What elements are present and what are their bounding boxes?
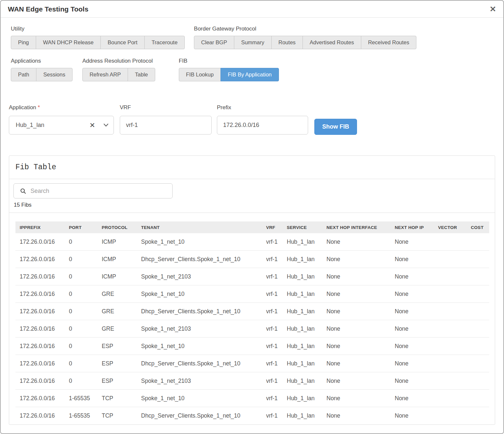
- table-cell: None: [326, 256, 395, 263]
- table-row[interactable]: 172.26.0.0/160GRESpoke_1_net_10vrf-1Hub_…: [15, 285, 489, 303]
- table-cell: 172.26.0.0/16: [20, 412, 69, 419]
- applications-group: Applications Path Sessions: [11, 58, 73, 81]
- bgp-label: Border Gateway Protocol: [194, 26, 416, 32]
- search-input[interactable]: [31, 188, 168, 195]
- table-cell: 172.26.0.0/16: [20, 360, 69, 367]
- clear-bgp-button[interactable]: Clear BGP: [194, 36, 234, 49]
- fib-by-application-button[interactable]: FIB By Application: [220, 68, 279, 81]
- arp-label: Address Resolution Protocol: [82, 58, 155, 64]
- table-cell: 172.26.0.0/16: [20, 343, 69, 350]
- table-row[interactable]: 172.26.0.0/160GRESpoke_1_net_2103vrf-1Hu…: [15, 320, 489, 338]
- tool-row-2: Applications Path Sessions Address Resol…: [11, 58, 495, 81]
- table-row[interactable]: 172.26.0.0/160ESPSpoke_1_net_2103vrf-1Hu…: [15, 372, 489, 390]
- show-fib-button[interactable]: Show FIB: [314, 119, 357, 135]
- table-row[interactable]: 172.26.0.0/161-65535TCPDhcp_Server_Clien…: [15, 407, 489, 424]
- clear-icon[interactable]: ✕: [85, 121, 99, 129]
- table-cell: Spoke_1_net_10: [141, 343, 266, 350]
- table-cell: vrf-1: [266, 360, 287, 367]
- table-cell: None: [395, 238, 438, 245]
- column-header-next-hop-interface: NEXT HOP INTERFACE: [326, 225, 395, 230]
- refresh-arp-button[interactable]: Refresh ARP: [82, 68, 128, 81]
- table-cell: vrf-1: [266, 273, 287, 280]
- column-header-ipprefix: IPPREFIX: [20, 225, 69, 230]
- bgp-summary-button[interactable]: Summary: [234, 36, 272, 49]
- table-cell: 172.26.0.0/16: [20, 308, 69, 315]
- required-asterisk: *: [38, 104, 40, 111]
- tool-button-groups: Utility Ping WAN DHCP Release Bounce Por…: [11, 26, 495, 81]
- vrf-field: VRF: [120, 104, 212, 134]
- bgp-group: Border Gateway Protocol Clear BGP Summar…: [194, 26, 416, 49]
- table-cell: Hub_1_lan: [287, 273, 326, 280]
- prefix-field-label: Prefix: [217, 104, 308, 111]
- fib-table-tools: 15 Fibs: [9, 179, 495, 213]
- search-box[interactable]: [13, 183, 173, 198]
- utility-buttons: Ping WAN DHCP Release Bounce Port Tracer…: [11, 36, 185, 49]
- table-cell: 172.26.0.0/16: [20, 238, 69, 245]
- search-icon: [20, 188, 26, 194]
- table-cell: TCP: [102, 412, 141, 419]
- advertised-routes-button[interactable]: Advertised Routes: [303, 36, 361, 49]
- column-header-protocol: PROTOCOL: [102, 225, 141, 230]
- column-header-port: PORT: [69, 225, 102, 230]
- table-cell: vrf-1: [266, 238, 287, 245]
- table-cell: Hub_1_lan: [287, 325, 326, 332]
- table-cell: None: [326, 238, 395, 245]
- arp-group: Address Resolution Protocol Refresh ARP …: [82, 58, 155, 81]
- dialog-content: Utility Ping WAN DHCP Release Bounce Por…: [1, 18, 503, 425]
- fib-lookup-button[interactable]: FIB Lookup: [179, 68, 221, 81]
- bgp-routes-button[interactable]: Routes: [271, 36, 303, 49]
- table-cell: None: [326, 378, 395, 384]
- prefix-input[interactable]: [217, 116, 308, 134]
- table-cell: None: [395, 291, 438, 298]
- table-row[interactable]: 172.26.0.0/160ICMPSpoke_1_net_10vrf-1Hub…: [15, 233, 489, 251]
- table-cell: Dhcp_Server_Clients.Spoke_1_net_10: [141, 256, 266, 263]
- column-header-cost: COST: [471, 225, 489, 230]
- application-select[interactable]: Hub_1_lan ✕: [9, 116, 114, 134]
- path-button[interactable]: Path: [11, 68, 36, 81]
- table-cell: Hub_1_lan: [287, 238, 326, 245]
- traceroute-button[interactable]: Traceroute: [144, 36, 185, 49]
- table-cell: Hub_1_lan: [287, 343, 326, 350]
- table-row[interactable]: 172.26.0.0/160ESPDhcp_Server_Clients.Spo…: [15, 355, 489, 372]
- ping-button[interactable]: Ping: [11, 36, 36, 49]
- table-cell: None: [326, 360, 395, 367]
- sessions-button[interactable]: Sessions: [36, 68, 73, 81]
- table-cell: None: [395, 395, 438, 402]
- chevron-down-icon[interactable]: [99, 124, 108, 127]
- close-icon[interactable]: ✕: [490, 5, 496, 13]
- vrf-input[interactable]: [120, 116, 212, 134]
- table-row[interactable]: 172.26.0.0/161-65535TCPSpoke_1_net_10vrf…: [15, 390, 489, 407]
- table-cell: vrf-1: [266, 308, 287, 315]
- table-cell: vrf-1: [266, 256, 287, 263]
- table-cell: Dhcp_Server_Clients.Spoke_1_net_10: [141, 360, 266, 367]
- applications-label: Applications: [11, 58, 73, 64]
- application-select-value: Hub_1_lan: [16, 122, 85, 129]
- fib-query-form: Application * Hub_1_lan ✕ VRF Prefix Sho…: [9, 104, 495, 134]
- arp-table-button[interactable]: Table: [128, 68, 155, 81]
- table-cell: None: [326, 395, 395, 402]
- wan-dhcp-release-button[interactable]: WAN DHCP Release: [36, 36, 101, 49]
- fib-table-title: Fib Table: [9, 156, 495, 179]
- table-row[interactable]: 172.26.0.0/160ESPSpoke_1_net_10vrf-1Hub_…: [15, 338, 489, 355]
- table-row[interactable]: 172.26.0.0/160ICMPSpoke_1_net_2103vrf-1H…: [15, 268, 489, 285]
- table-cell: ICMP: [102, 273, 141, 280]
- table-cell: GRE: [102, 325, 141, 332]
- table-cell: 172.26.0.0/16: [20, 378, 69, 384]
- received-routes-button[interactable]: Received Routes: [361, 36, 417, 49]
- fib-table: IPPREFIX PORT PROTOCOL TENANT VRF SERVIC…: [9, 213, 495, 424]
- table-cell: Dhcp_Server_Clients.Spoke_1_net_10: [141, 308, 266, 315]
- table-cell: 0: [69, 273, 102, 280]
- fib-table-card: Fib Table 15 Fibs IPPREFIX PORT PROTOCOL…: [9, 155, 495, 425]
- table-cell: None: [395, 378, 438, 384]
- table-cell: vrf-1: [266, 412, 287, 419]
- table-cell: Spoke_1_net_10: [141, 238, 266, 245]
- bounce-port-button[interactable]: Bounce Port: [100, 36, 145, 49]
- table-row[interactable]: 172.26.0.0/160GREDhcp_Server_Clients.Spo…: [15, 303, 489, 320]
- table-row[interactable]: 172.26.0.0/160ICMPDhcp_Server_Clients.Sp…: [15, 251, 489, 268]
- table-cell: None: [326, 325, 395, 332]
- table-cell: None: [326, 273, 395, 280]
- prefix-field: Prefix: [217, 104, 308, 134]
- table-cell: None: [326, 308, 395, 315]
- table-body: 172.26.0.0/160ICMPSpoke_1_net_10vrf-1Hub…: [15, 233, 489, 424]
- application-field-label: Application *: [9, 104, 114, 111]
